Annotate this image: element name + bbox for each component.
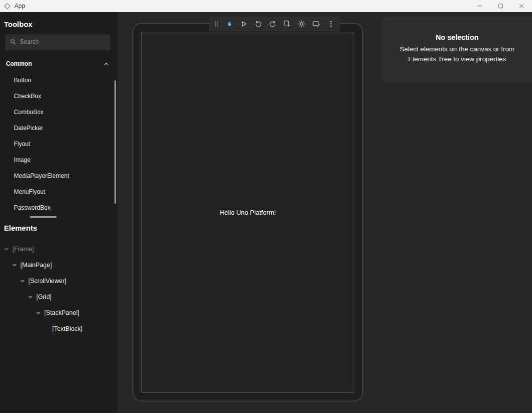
canvas-toolbar (209, 16, 340, 31)
tree-node-grid[interactable]: [Grid] (0, 289, 117, 305)
no-selection-title: No selection (391, 33, 523, 41)
window-controls (469, 0, 532, 12)
search-icon (10, 39, 16, 45)
titlebar: App (0, 0, 532, 12)
properties-panel: No selection Select elements on the canv… (382, 16, 532, 83)
toolbox-item-image[interactable]: Image (0, 152, 117, 168)
chevron-down-icon[interactable] (36, 310, 41, 315)
toolbox-section-common[interactable]: Common (0, 55, 117, 72)
undo-icon[interactable] (254, 20, 262, 28)
tree-node-label: [TextBlock] (52, 325, 82, 332)
toolbox-scrollbar-horizontal[interactable] (30, 216, 57, 218)
device-frame: Hello Uno Platform! (132, 23, 363, 402)
tree-node-mainpage[interactable]: [MainPage] (0, 257, 117, 273)
tree-node-label: [StackPanel] (44, 309, 79, 316)
tree-node-label: [Frame] (12, 246, 34, 253)
close-button[interactable] (511, 0, 532, 12)
hello-textblock: Hello Uno Platform! (220, 209, 276, 216)
tree-node-stackpanel[interactable]: [StackPanel] (0, 305, 117, 321)
chevron-up-icon (104, 61, 109, 67)
drag-handle-icon[interactable] (214, 20, 219, 28)
elements-title: Elements (0, 216, 117, 238)
toolbox-item-combobox[interactable]: ComboBox (0, 104, 117, 120)
tree-node-frame[interactable]: [Frame] (0, 241, 117, 257)
toolbox-scrollbar-vertical[interactable] (114, 80, 116, 204)
search-input[interactable] (20, 38, 106, 45)
no-selection-message-line2: Elements Tree to view properties (391, 54, 523, 64)
theme-toggle-icon[interactable] (298, 20, 306, 28)
toolbox-item-flyout[interactable]: Flyout (0, 136, 117, 152)
minimize-button[interactable] (469, 0, 490, 12)
toolbox-item-passwordbox[interactable]: PasswordBox (0, 200, 117, 216)
device-screen: Hello Uno Platform! (141, 32, 354, 393)
section-label: Common (6, 60, 32, 67)
toolbox-item-datepicker[interactable]: DatePicker (0, 120, 117, 136)
toolbox-title: Toolbox (0, 12, 117, 34)
element-picker-icon[interactable] (283, 20, 291, 28)
more-options-icon[interactable] (327, 20, 335, 28)
chevron-down-icon[interactable] (20, 278, 25, 283)
toolbox-item-mediaplayerelement[interactable]: MediaPlayerElement (0, 168, 117, 184)
app-logo-icon (4, 3, 10, 9)
window-title: App (14, 2, 25, 9)
elements-tree: [Frame] [MainPage] [ScrollViewer] [Grid]… (0, 241, 117, 337)
chevron-down-icon[interactable] (12, 263, 17, 268)
hot-reload-status-icon[interactable] (312, 20, 320, 28)
play-button-icon[interactable] (240, 20, 248, 28)
hot-reload-flame-icon[interactable] (225, 20, 233, 28)
tree-node-label: [Grid] (36, 293, 52, 300)
no-selection-message-line1: Select elements on the canvas or from (391, 44, 523, 54)
toolbox-item-checkbox[interactable]: CheckBox (0, 88, 117, 104)
maximize-button[interactable] (490, 0, 511, 12)
tree-node-scrollviewer[interactable]: [ScrollViewer] (0, 273, 117, 289)
toolbox-list: Button CheckBox ComboBox DatePicker Flyo… (0, 72, 117, 216)
chevron-down-icon[interactable] (4, 247, 9, 252)
chevron-down-icon[interactable] (28, 294, 33, 299)
search-box (5, 34, 110, 49)
sidebar: Toolbox Common Button CheckBox ComboBox … (0, 12, 117, 413)
redo-icon[interactable] (269, 20, 277, 28)
tree-node-label: [ScrollViewer] (28, 277, 66, 284)
tree-node-label: [MainPage] (20, 262, 52, 269)
toolbox-item-button[interactable]: Button (0, 72, 117, 88)
tree-node-textblock[interactable]: [TextBlock] (0, 321, 117, 337)
toolbox-item-menuflyout[interactable]: MenuFlyout (0, 184, 117, 200)
